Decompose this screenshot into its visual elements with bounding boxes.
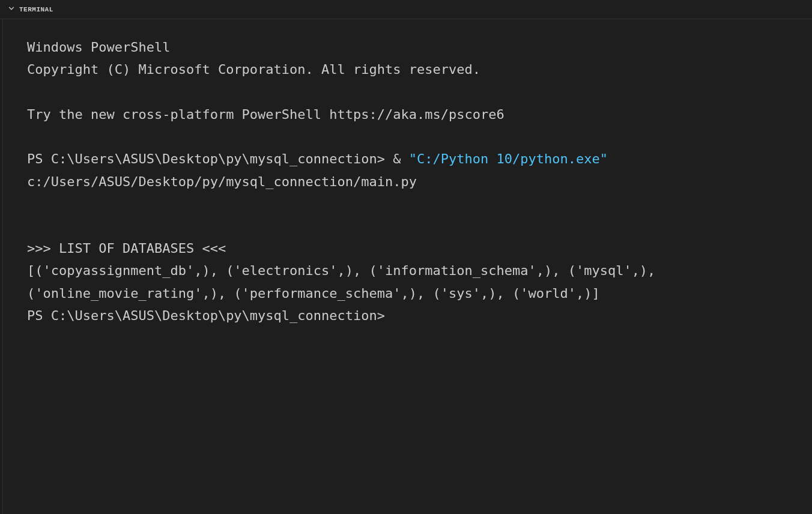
terminal-empty-line — [27, 215, 788, 237]
python-executable-path: "C:/Python 10/python.exe" — [409, 151, 608, 166]
prompt-prefix: PS C:\Users\ASUS\Desktop\py\mysql_connec… — [27, 151, 409, 166]
terminal-prompt: PS C:\Users\ASUS\Desktop\py\mysql_connec… — [27, 304, 788, 327]
terminal-command-line: PS C:\Users\ASUS\Desktop\py\mysql_connec… — [27, 148, 788, 193]
terminal-output-line: Try the new cross-platform PowerShell ht… — [27, 103, 788, 125]
panel-header[interactable]: TERMINAL — [0, 0, 812, 19]
terminal-output-line: Copyright (C) Microsoft Corporation. All… — [27, 58, 788, 80]
terminal-empty-line — [27, 125, 788, 148]
terminal-output-header: >>> LIST OF DATABASES <<< — [27, 237, 788, 259]
terminal-body[interactable]: Windows PowerShell Copyright (C) Microso… — [2, 19, 812, 514]
terminal-empty-line — [27, 81, 788, 103]
chevron-down-icon — [7, 4, 16, 15]
terminal-output-data: [('copyassignment_db',), ('electronics',… — [27, 259, 788, 304]
terminal-output-line: Windows PowerShell — [27, 36, 788, 58]
terminal-empty-line — [27, 193, 788, 215]
panel-title: TERMINAL — [19, 6, 53, 13]
